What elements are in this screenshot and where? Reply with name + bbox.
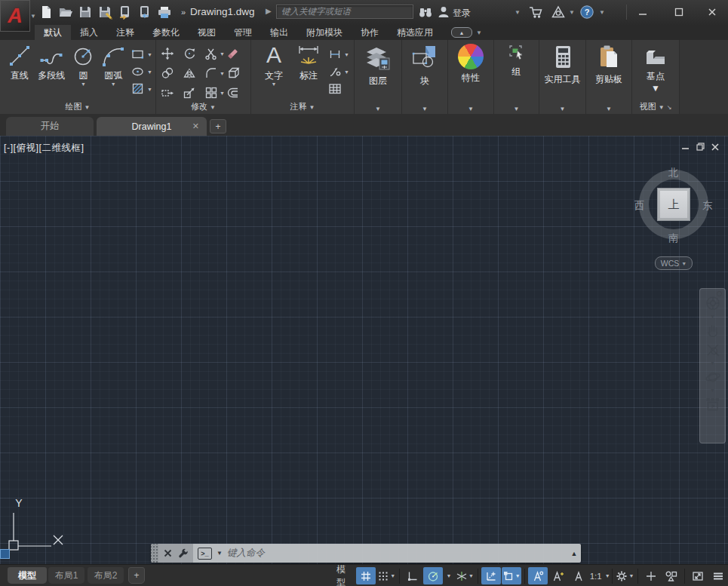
tool-clipboard[interactable]: 剪贴板 <box>586 40 631 97</box>
zoom-icon[interactable] <box>705 342 721 358</box>
minimize-button[interactable] <box>630 5 656 20</box>
new-layout-button[interactable]: + <box>128 567 145 584</box>
tool-explode[interactable] <box>226 66 248 80</box>
maximize-button[interactable] <box>666 5 692 20</box>
panel-draw-label[interactable]: 绘图 ▼ <box>0 101 155 112</box>
drawing-canvas[interactable]: [-][俯视][二维线框] 北 西 东 南 上 WCS▼ ▼ ▼ ▼ Y <box>0 136 728 564</box>
pan-hand-icon[interactable] <box>705 322 721 339</box>
tool-rotate[interactable] <box>183 47 204 60</box>
viewport-controls[interactable]: [-][俯视][二维线框] <box>4 142 84 155</box>
app-store-cart-icon[interactable] <box>528 5 545 20</box>
tool-base[interactable]: 基点 ▼ <box>632 40 679 97</box>
grid-toggle[interactable] <box>356 567 376 584</box>
tab-addins[interactable]: 附加模块 <box>297 25 352 40</box>
open-web-mobile-button[interactable] <box>115 4 134 20</box>
tab-collaborate[interactable]: 协作 <box>352 25 388 40</box>
tool-table[interactable] <box>328 82 349 96</box>
panel-block-expand[interactable]: ▼ <box>402 103 447 112</box>
viewcube-east[interactable]: 东 <box>702 199 713 213</box>
tab-parametric[interactable]: 参数化 <box>143 25 189 40</box>
wcs-button[interactable]: WCS▼ <box>655 256 693 270</box>
tool-rectangle[interactable]: ▼ <box>131 48 152 61</box>
navbar-close-dot-icon[interactable] <box>717 291 722 296</box>
viewport-corner-grip[interactable] <box>0 549 10 559</box>
command-prompt-icon[interactable]: >_ <box>198 548 212 560</box>
polar-dropdown[interactable]: ▼ <box>444 567 454 584</box>
navbar-orbit-dropdown-icon[interactable]: ▼ <box>710 388 715 393</box>
help-icon[interactable]: ? <box>579 5 594 20</box>
viewport-close-icon[interactable] <box>711 143 719 151</box>
tool-linear-dimension[interactable]: ▼ <box>328 48 349 61</box>
tool-hatch[interactable]: ▼ <box>131 82 152 96</box>
panel-view-launcher-icon[interactable]: ↘ <box>667 104 672 111</box>
tool-layers[interactable]: 图层 <box>355 40 401 97</box>
a360-icon[interactable] <box>551 5 566 20</box>
file-tab-start[interactable]: 开始 <box>6 117 94 136</box>
viewcube-north[interactable]: 北 <box>668 166 679 179</box>
otrack-toggle[interactable] <box>481 567 501 584</box>
tool-properties[interactable]: 特性 <box>448 40 493 97</box>
orbit-icon[interactable] <box>705 369 721 385</box>
a360-dropdown-icon[interactable]: ▼ <box>569 9 575 16</box>
linear-dimension-dropdown-icon[interactable]: ▼ <box>344 52 349 57</box>
array-dropdown-icon[interactable]: ▼ <box>220 91 225 96</box>
user-icon[interactable] <box>436 5 451 20</box>
layout-tab-model[interactable]: 模型 <box>8 567 47 584</box>
file-tab-drawing1[interactable]: Drawing1✕ <box>97 117 207 136</box>
annotation-scale-button[interactable] <box>569 567 588 584</box>
tool-offset[interactable] <box>226 86 248 100</box>
command-expand-icon[interactable]: ▲ <box>567 544 581 563</box>
tab-annotate[interactable]: 注释 <box>107 25 143 40</box>
layout-tab-layout1[interactable]: 布局1 <box>48 567 84 584</box>
tool-ellipse[interactable]: ▼ <box>131 65 152 78</box>
file-tab-close-icon[interactable]: ✕ <box>192 121 199 131</box>
annotation-visibility-toggle[interactable] <box>528 567 548 584</box>
panel-view-label[interactable]: 视图 ▼ ↘ <box>632 101 679 112</box>
panel-annotation-label[interactable]: 注释 ▼ <box>251 101 354 112</box>
help-dropdown-icon[interactable]: ▼ <box>599 9 605 16</box>
panel-clipboard-expand[interactable]: ▼ <box>586 103 631 112</box>
viewcube-south[interactable]: 南 <box>668 232 679 245</box>
model-space-indicator[interactable]: 模型 <box>332 563 355 586</box>
panel-modify-label[interactable]: 修改 ▼ <box>156 101 250 112</box>
tool-circle[interactable]: 圆 ▼ <box>69 43 99 96</box>
navigation-wheel-icon[interactable] <box>705 295 721 311</box>
panel-utilities-expand[interactable]: ▼ <box>539 103 585 112</box>
isolate-objects-button[interactable] <box>662 567 681 584</box>
tool-erase[interactable] <box>226 47 248 60</box>
tool-arc[interactable]: 圆弧 ▼ <box>98 43 128 96</box>
viewcube-west[interactable]: 西 <box>634 199 645 213</box>
snap-dropdown-icon[interactable]: ▼ <box>390 573 395 578</box>
ribbon-minimize-control[interactable]: ▲ ▼ <box>451 25 482 40</box>
isodraft-dropdown-icon[interactable]: ▼ <box>468 573 474 578</box>
tool-move[interactable] <box>161 47 183 60</box>
text-dropdown-icon[interactable]: ▼ <box>272 82 277 87</box>
circle-dropdown-icon[interactable]: ▼ <box>81 82 86 87</box>
tool-line[interactable]: 直线 <box>5 43 35 96</box>
crosshair-button[interactable] <box>641 567 661 584</box>
tool-group[interactable]: 组 <box>494 40 539 97</box>
new-drawing-tab-button[interactable]: + <box>210 119 226 133</box>
tool-array[interactable]: ▼ <box>204 86 226 100</box>
tool-text[interactable]: A 文字 ▼ <box>257 43 290 96</box>
command-line-grip[interactable] <box>151 544 158 563</box>
viewcube-top-face[interactable]: 上 <box>657 188 690 221</box>
open-button[interactable] <box>56 4 75 20</box>
arc-dropdown-icon[interactable]: ▼ <box>111 82 116 87</box>
tool-stretch[interactable] <box>161 86 183 100</box>
snap-toggle[interactable]: ▼ <box>376 567 396 584</box>
workspace-switching-button[interactable]: ▼ <box>615 567 634 584</box>
command-input[interactable]: >_ ▼ 键入命令 <box>193 544 567 563</box>
tab-view[interactable]: 视图 <box>189 25 225 40</box>
customize-button[interactable] <box>708 567 728 584</box>
osnap-toggle[interactable]: ▼ <box>502 567 521 584</box>
plot-button[interactable] <box>154 4 174 20</box>
help-search-input[interactable]: 键入关键字或短语 <box>276 5 413 19</box>
tab-output[interactable]: 输出 <box>261 25 297 40</box>
panel-group-expand[interactable]: ▼ <box>494 103 539 112</box>
navbar-zoom-dropdown-icon[interactable]: ▼ <box>710 361 715 366</box>
sign-in-dropdown-icon[interactable]: ▼ <box>515 9 521 16</box>
leader-dropdown-icon[interactable]: ▼ <box>344 69 349 75</box>
tool-mirror[interactable] <box>183 66 204 80</box>
save-as-button[interactable] <box>95 4 115 20</box>
